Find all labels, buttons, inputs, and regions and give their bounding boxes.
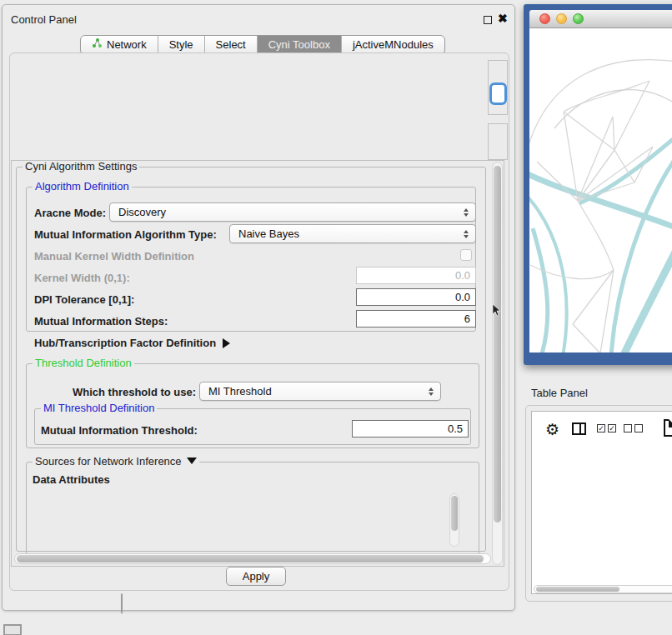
tab-style[interactable]: Style (158, 36, 204, 54)
mi-threshold-input[interactable]: 0.5 (352, 420, 469, 438)
sources-legend[interactable]: Sources for Network Inference (33, 456, 199, 468)
checked-pair-icon[interactable]: ✓✓ (597, 424, 616, 432)
table-container: ⚙ ✓✓ (531, 411, 672, 594)
dpi-tolerance-label: DPI Tolerance [0,1]: (34, 293, 134, 306)
stepper-arrows-icon (429, 388, 434, 396)
manual-kernel-width-checkbox (460, 249, 472, 261)
which-threshold-select[interactable]: MI Threshold (199, 382, 441, 401)
tab-label: Network (107, 36, 147, 54)
manual-kernel-width-label: Manual Kernel Width Definition (34, 250, 194, 262)
network-edge[interactable] (578, 201, 614, 270)
aracne-mode-select[interactable]: Discovery (109, 202, 476, 222)
which-threshold-value: MI Threshold (208, 385, 272, 398)
stepper-arrows-icon (464, 230, 469, 238)
tab-label: jActiveMNodules (353, 36, 434, 54)
algorithm-definition-legend: Algorithm Definition (33, 181, 132, 192)
mi-steps-input[interactable]: 6 (356, 310, 476, 328)
network-edge[interactable] (573, 324, 600, 352)
table-panel-title: Table Panel (531, 387, 588, 399)
minimize-traffic-icon[interactable] (556, 13, 567, 24)
network-edge[interactable] (533, 228, 548, 352)
control-panel-window: Control Panel ✖ NetworkStyleSelectCyni T… (2, 4, 515, 611)
tab-network[interactable]: Network (81, 36, 158, 54)
expanded-arrow-icon (187, 458, 197, 464)
network-canvas[interactable] (529, 28, 672, 352)
hub-definition-toggle[interactable]: Hub/Transcription Factor Definition (34, 337, 230, 349)
dpi-tolerance-input[interactable]: 0.0 (356, 288, 476, 306)
threshold-definition-legend: Threshold Definition (33, 358, 134, 369)
covered-groupbox-fragment-2 (488, 123, 508, 160)
unchecked-pair-icon[interactable] (624, 424, 643, 432)
control-panel-title: Control Panel (11, 13, 77, 26)
attribute-list-scrollbar[interactable] (449, 493, 459, 547)
data-attributes-list (39, 492, 461, 550)
mi-steps-label: Mutual Information Steps: (34, 315, 168, 328)
tab-label: Style (169, 36, 193, 54)
collapsed-arrow-icon (223, 338, 230, 348)
mi-algorithm-type-value: Naive Bayes (238, 228, 299, 240)
settings-vertical-scrollbar[interactable] (492, 162, 503, 565)
cyni-bottom-tab-bar (121, 593, 123, 613)
table-horizontal-scrollbar[interactable] (534, 585, 672, 593)
close-icon[interactable]: ✖ (498, 12, 508, 25)
zoom-traffic-icon[interactable] (573, 13, 584, 24)
mi-threshold-definition-legend: MI Threshold Definition (41, 402, 157, 414)
network-edge[interactable] (578, 182, 634, 201)
split-columns-icon[interactable] (572, 422, 586, 435)
apply-button[interactable]: Apply (226, 567, 286, 586)
minimized-panel-icon[interactable] (3, 624, 22, 635)
cyni-settings-legend: Cyni Algorithm Settings (23, 161, 139, 172)
network-edge[interactable] (634, 147, 653, 182)
network-view-window (524, 4, 672, 365)
tab-select[interactable]: Select (204, 36, 257, 54)
mi-algorithm-type-label: Mutual Information Algorithm Type: (34, 228, 217, 241)
tab-jactivemnodules[interactable]: jActiveMNodules (341, 36, 444, 54)
close-traffic-icon[interactable] (539, 13, 550, 24)
settings-horizontal-scrollbar[interactable] (14, 553, 491, 564)
table-panel: ⚙ ✓✓ (525, 405, 672, 602)
tab-label: Cyni Toolbox (268, 36, 330, 54)
gear-icon[interactable]: ⚙ (545, 420, 559, 439)
data-attributes-label: Data Attributes (33, 473, 110, 486)
stepper-arrows-icon (464, 208, 469, 217)
mi-threshold-label: Mutual Information Threshold: (41, 424, 198, 437)
aracne-mode-value: Discovery (118, 206, 166, 218)
tab-label: Select (216, 36, 246, 54)
network-window-titlebar[interactable] (529, 10, 672, 28)
covered-spinner-focus-ring (489, 82, 507, 105)
mouse-cursor (492, 304, 502, 318)
kernel-width-label: Kernel Width (0,1): (34, 272, 130, 284)
table-body (533, 468, 672, 583)
page-icon[interactable] (664, 419, 672, 437)
mi-algorithm-type-select[interactable]: Naive Bayes (229, 224, 476, 243)
float-window-icon[interactable] (484, 16, 492, 24)
kernel-width-input: 0.0 (356, 267, 476, 284)
aracne-mode-label: Aracne Mode: (34, 207, 106, 219)
network-icon (92, 36, 103, 54)
which-threshold-label: Which threshold to use: (73, 386, 196, 398)
network-edge[interactable] (613, 117, 614, 150)
tab-cyni-toolbox[interactable]: Cyni Toolbox (257, 36, 341, 54)
sources-legend-text: Sources for Network Inference (35, 455, 182, 468)
hub-definition-label: Hub/Transcription Factor Definition (34, 337, 216, 349)
